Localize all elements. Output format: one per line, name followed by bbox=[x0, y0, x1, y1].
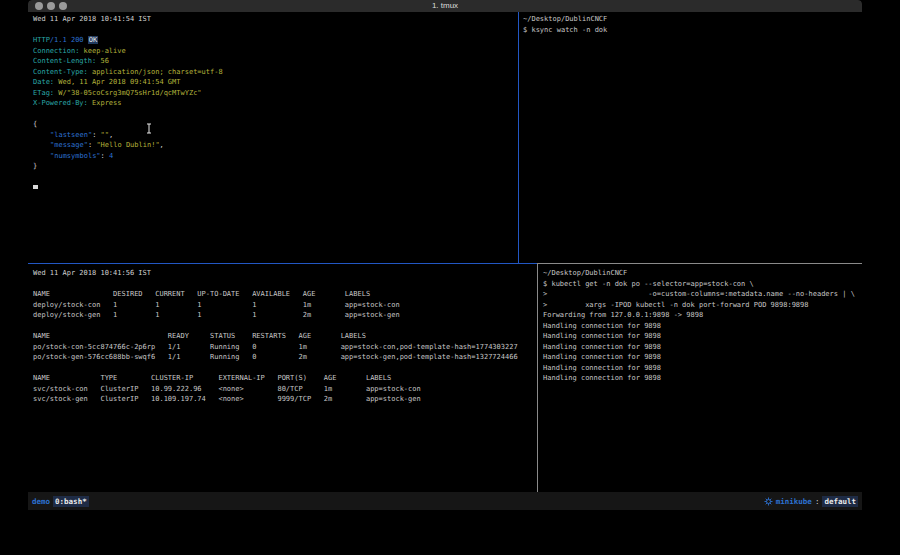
json-value: 4 bbox=[109, 152, 113, 160]
json-key: "message" bbox=[50, 141, 88, 149]
json-entry-numsymbols: "numsymbols": 4 bbox=[33, 151, 518, 162]
json-comma: , bbox=[160, 141, 164, 149]
terminal-line: NAME DESIRED CURRENT UP-TO-DATE AVAILABL… bbox=[33, 289, 537, 300]
blank-line bbox=[33, 172, 518, 183]
terminal-line: ~/Desktop/DublinCNCF bbox=[523, 14, 862, 25]
terminal-line: deploy/stock-con 1 1 1 1 1m app=stock-co… bbox=[33, 300, 537, 311]
timestamp-top-left: Wed 11 Apr 2018 10:41:54 IST bbox=[33, 14, 518, 25]
header-name: Content-Type: bbox=[33, 68, 88, 76]
terminal-line: Handling connection for 9898 bbox=[543, 321, 862, 332]
pane-port-forward[interactable]: ~/Desktop/DublinCNCF $ kubectl get -n do… bbox=[539, 264, 862, 492]
json-open-brace: { bbox=[33, 119, 518, 130]
header-name: ETag: bbox=[33, 89, 54, 97]
terminal-window: 1. tmux Wed 11 Apr 2018 10:41:54 IST HTT… bbox=[28, 0, 862, 510]
terminal-line bbox=[33, 279, 537, 290]
http-protocol: HTTP bbox=[33, 36, 50, 44]
prompt-line bbox=[33, 182, 518, 193]
header-name: Date: bbox=[33, 78, 54, 86]
terminal-line: po/stock-gen-576cc688bb-swqf6 1/1 Runnin… bbox=[33, 352, 537, 363]
terminal-line: $ ksync watch -n dok bbox=[523, 25, 862, 36]
kube-context-name: minikube bbox=[776, 497, 812, 506]
json-close-brace: } bbox=[33, 161, 518, 172]
header-name: Content-Length: bbox=[33, 57, 96, 65]
json-value: "" bbox=[101, 131, 109, 139]
tmux-terminal: Wed 11 Apr 2018 10:41:54 IST HTTP/1.1 20… bbox=[28, 12, 862, 492]
terminal-line: Handling connection for 9898 bbox=[543, 363, 862, 374]
status-right: minikube:default bbox=[764, 496, 858, 507]
terminal-line: po/stock-con-5cc874766c-2p6rp 1/1 Runnin… bbox=[33, 342, 537, 353]
json-sep: : bbox=[92, 131, 100, 139]
terminal-line: svc/stock-gen ClusterIP 10.109.197.74 <n… bbox=[33, 394, 537, 405]
kube-context-namespace: default bbox=[822, 496, 858, 507]
json-value: "Hello Dublin!" bbox=[96, 141, 159, 149]
http-header-line: Connection: keep-alive bbox=[33, 46, 518, 57]
http-header-line: Content-Length: 56 bbox=[33, 56, 518, 67]
tmux-status-bar: demo 0:bash* minikube:default bbox=[28, 492, 862, 510]
terminal-line: NAME TYPE CLUSTER-IP EXTERNAL-IP PORT(S)… bbox=[33, 373, 537, 384]
header-value: application/json; charset=utf-8 bbox=[92, 68, 223, 76]
terminal-line: NAME READY STATUS RESTARTS AGE LABELS bbox=[33, 331, 537, 342]
http-header-line: X-Powered-By: Express bbox=[33, 98, 518, 109]
http-header-line: Content-Type: application/json; charset=… bbox=[33, 67, 518, 78]
terminal-line: Forwarding from 127.0.0.1:9898 -> 9898 bbox=[543, 310, 862, 321]
terminal-line: Handling connection for 9898 bbox=[543, 373, 862, 384]
pane-ksync-watch[interactable]: ~/Desktop/DublinCNCF $ ksync watch -n do… bbox=[520, 12, 862, 263]
header-value: 56 bbox=[100, 57, 108, 65]
json-comma: , bbox=[109, 131, 113, 139]
terminal-line: ~/Desktop/DublinCNCF bbox=[543, 268, 862, 279]
header-name: X-Powered-By: bbox=[33, 99, 88, 107]
http-code: 200 bbox=[71, 36, 84, 44]
http-version: /1.1 bbox=[50, 36, 67, 44]
json-entry-lastseen: "lastseen": "", bbox=[33, 130, 518, 141]
terminal-cursor bbox=[33, 185, 38, 189]
desktop-background: 1. tmux Wed 11 Apr 2018 10:41:54 IST HTT… bbox=[0, 0, 900, 555]
terminal-line: deploy/stock-gen 1 1 1 1 2m app=stock-ge… bbox=[33, 310, 537, 321]
blank-line bbox=[33, 109, 518, 120]
terminal-line: Handling connection for 9898 bbox=[543, 331, 862, 342]
window-tab-bash[interactable]: 0:bash* bbox=[53, 496, 89, 507]
kube-context-colon: : bbox=[815, 497, 820, 506]
text-cursor-pointer bbox=[146, 123, 153, 134]
terminal-line: $ kubectl get -n dok po --selector=app=s… bbox=[543, 279, 862, 290]
status-left: demo 0:bash* bbox=[32, 496, 89, 507]
http-reason: OK bbox=[88, 36, 98, 44]
header-value: Express bbox=[92, 99, 122, 107]
session-name: demo bbox=[32, 497, 50, 506]
json-entry-message: "message": "Hello Dublin!", bbox=[33, 140, 518, 151]
terminal-line: Handling connection for 9898 bbox=[543, 342, 862, 353]
pane-kubectl-resources[interactable]: Wed 11 Apr 2018 10:41:56 IST NAME DESIRE… bbox=[28, 264, 537, 492]
json-key: "lastseen" bbox=[50, 131, 92, 139]
timestamp-bottom-left: Wed 11 Apr 2018 10:41:56 IST bbox=[33, 268, 537, 279]
http-header-line: Date: Wed, 11 Apr 2018 09:41:54 GMT bbox=[33, 77, 518, 88]
window-title: 1. tmux bbox=[28, 1, 862, 10]
terminal-line bbox=[33, 321, 537, 332]
http-status-line: HTTP/1.1 200 OK bbox=[33, 35, 518, 46]
terminal-line: > -o=custom-columns=:metadata.name --no-… bbox=[543, 289, 862, 300]
window-titlebar[interactable]: 1. tmux bbox=[28, 0, 862, 12]
header-value: Wed, 11 Apr 2018 09:41:54 GMT bbox=[58, 78, 180, 86]
pane-http-response[interactable]: Wed 11 Apr 2018 10:41:54 IST HTTP/1.1 20… bbox=[28, 12, 518, 263]
json-key: "numsymbols" bbox=[50, 152, 101, 160]
terminal-line: svc/stock-con ClusterIP 10.99.222.96 <no… bbox=[33, 384, 537, 395]
pane-divider-vertical-bottom[interactable] bbox=[537, 264, 538, 492]
terminal-line: > xargs -IPOD kubectl -n dok port-forwar… bbox=[543, 300, 862, 311]
terminal-line: Handling connection for 9898 bbox=[543, 352, 862, 363]
blank-line bbox=[33, 25, 518, 36]
terminal-line bbox=[33, 363, 537, 374]
http-header-line: ETag: W/"38-05coCsrg3mQ75sHr1d/qcMTwYZc" bbox=[33, 88, 518, 99]
header-value: W/"38-05coCsrg3mQ75sHr1d/qcMTwYZc" bbox=[58, 89, 201, 97]
json-sep: : bbox=[101, 152, 109, 160]
kubernetes-helm-icon bbox=[764, 497, 773, 506]
header-name: Connection: bbox=[33, 47, 79, 55]
header-value: keep-alive bbox=[84, 47, 126, 55]
active-pane-divider-vertical[interactable] bbox=[518, 12, 519, 263]
